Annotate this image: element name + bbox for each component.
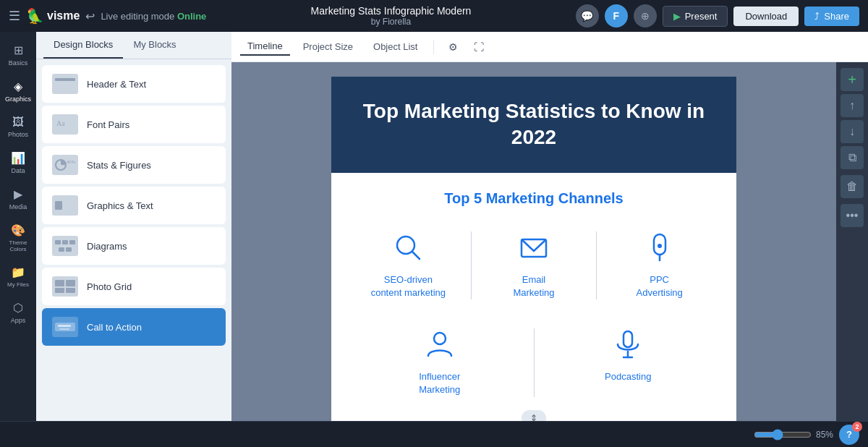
online-badge: Online [177, 11, 206, 22]
topbar: ☰ 🦜 visme ↩ Live editing mode Online Mar… [0, 0, 868, 32]
topbar-right: 💬 F ⊕ ▶ Present Download ⤴ Share [576, 4, 859, 27]
fullscreen-icon-btn[interactable]: ⛶ [469, 37, 489, 57]
influencer-icon [424, 328, 456, 363]
block-thumb-call-to-action [52, 317, 78, 337]
block-item-stats-figures[interactable]: 40% Stats & Figures [42, 146, 226, 184]
svg-rect-30 [624, 331, 632, 347]
toolbar-tab-object-list[interactable]: Object List [366, 38, 425, 55]
block-item-diagrams[interactable]: Diagrams [42, 227, 226, 265]
graphics-icon: ◈ [14, 80, 22, 93]
sidebar-item-media[interactable]: ▶ Media [1, 182, 35, 216]
sidebar-item-basics[interactable]: ⊞ Basics [1, 38, 35, 72]
svg-rect-8 [64, 203, 75, 204]
svg-rect-21 [58, 325, 71, 327]
share-button[interactable]: ⤴ Share [804, 7, 859, 26]
help-icon: ? [846, 429, 852, 440]
svg-text:Aa: Aa [56, 119, 65, 127]
scroll-button[interactable]: ⇕ [522, 410, 546, 421]
help-button[interactable]: ? 2 [839, 425, 859, 445]
block-thumb-stats-figures: 40% [52, 155, 78, 175]
sidebar-item-graphics-label: Graphics [5, 95, 31, 103]
move-down-btn[interactable]: ↓ [841, 120, 864, 143]
settings-icon-btn[interactable]: ⚙ [443, 37, 463, 57]
channels-grid-row2: InfluencerMarketing [346, 321, 722, 404]
channel-label-email: EmailMarketing [513, 273, 554, 299]
seo-icon [392, 231, 424, 266]
block-item-header-text[interactable]: Header & Text [42, 65, 226, 103]
collaborators-icon-btn[interactable]: ⊕ [634, 4, 657, 27]
svg-rect-14 [59, 247, 64, 252]
block-item-graphics-text[interactable]: Graphics & Text [42, 187, 226, 224]
notification-badge: 2 [852, 422, 862, 432]
toolbar-tab-project-size[interactable]: Project Size [296, 38, 360, 55]
delete-btn[interactable]: 🗑 [841, 175, 864, 198]
block-item-call-to-action[interactable]: Call to Action [42, 308, 226, 346]
move-up-btn[interactable]: ↑ [841, 94, 864, 117]
canvas-scroll[interactable]: Top Marketing Statistics to Know in 2022… [231, 62, 836, 421]
svg-rect-11 [55, 240, 61, 244]
duplicate-btn[interactable]: ⧉ [841, 146, 864, 169]
present-button[interactable]: ▶ Present [663, 6, 728, 27]
sidebar-item-data-label: Data [11, 167, 25, 174]
svg-rect-16 [55, 280, 64, 286]
more-options-btn[interactable]: ••• [841, 204, 864, 227]
live-editing-label: Live editing mode Online [101, 11, 206, 22]
canvas-document: Top Marketing Statistics to Know in 2022… [331, 77, 736, 406]
svg-rect-1 [55, 83, 71, 85]
sidebar-item-media-label: Media [9, 203, 27, 210]
zoom-controls: 85% [754, 429, 833, 440]
block-thumb-font-pairs: Aa [52, 114, 78, 135]
block-label-photo-grid: Photo Grid [87, 281, 132, 292]
add-element-btn[interactable]: + [841, 68, 864, 91]
channel-label-seo: SEO-drivencontent marketing [371, 273, 446, 299]
download-button[interactable]: Download [733, 7, 799, 26]
sidebar-item-photos-label: Photos [8, 131, 28, 138]
share-icon: ⤴ [814, 11, 820, 22]
block-label-stats-figures: Stats & Figures [87, 160, 151, 171]
main-area: ⊞ Basics ◈ Graphics 🖼 Photos 📊 Data ▶ Me… [0, 32, 868, 421]
svg-rect-7 [55, 201, 62, 210]
project-subtitle: by Fiorella [213, 17, 568, 27]
zoom-value: 85% [816, 430, 833, 440]
undo-icon[interactable]: ↩ [85, 9, 95, 23]
avatar-btn[interactable]: F [605, 4, 628, 27]
data-icon: 📊 [11, 151, 25, 165]
channel-label-ppc: PPCAdvertising [637, 273, 683, 299]
toolbar-tab-timeline[interactable]: Timeline [240, 38, 290, 56]
sidebar-blocks-list: Header & Text Aa Font Pairs 40% [36, 59, 231, 421]
sidebar-item-apps[interactable]: ⬡ Apps [1, 295, 35, 330]
zoom-slider[interactable] [754, 429, 812, 440]
block-item-font-pairs[interactable]: Aa Font Pairs [42, 106, 226, 143]
channel-label-podcasting: Podcasting [605, 370, 651, 383]
visme-logo: 🦜 visme [26, 7, 80, 25]
sidebar-item-theme-colors[interactable]: 🎨 Theme Colors [1, 218, 35, 258]
svg-rect-0 [55, 78, 75, 81]
topbar-center: Marketing Stats Infographic Modern by Fi… [213, 5, 568, 27]
block-label-font-pairs: Font Pairs [87, 119, 129, 130]
sidebar-item-photos[interactable]: 🖼 Photos [1, 110, 35, 144]
canvas-area: Top Marketing Statistics to Know in 2022… [231, 62, 836, 421]
comment-icon-btn[interactable]: 💬 [576, 4, 599, 27]
canvas-right-wrapper: Top Marketing Statistics to Know in 2022… [231, 62, 868, 421]
sidebar-item-data[interactable]: 📊 Data [1, 145, 35, 180]
theme-colors-icon: 🎨 [11, 224, 25, 237]
channel-item-podcasting: Podcasting [535, 321, 723, 404]
svg-rect-19 [66, 288, 75, 293]
svg-point-29 [434, 333, 446, 344]
tab-my-blocks[interactable]: My Blocks [123, 32, 186, 59]
sidebar-item-my-files-label: My Files [7, 281, 29, 288]
canvas-header-section: Top Marketing Statistics to Know in 2022 [331, 77, 736, 173]
canvas-header-title: Top Marketing Statistics to Know in 2022 [346, 98, 722, 151]
sidebar-item-my-files[interactable]: 📁 My Files [1, 260, 35, 294]
secondary-sidebar: Design Blocks My Blocks Header & Text [36, 32, 231, 421]
block-item-photo-grid[interactable]: Photo Grid [42, 268, 226, 305]
tab-design-blocks[interactable]: Design Blocks [43, 32, 123, 59]
sidebar-tab-bar: Design Blocks My Blocks [36, 32, 231, 59]
menu-icon[interactable]: ☰ [9, 8, 20, 24]
svg-rect-22 [59, 328, 69, 330]
sidebar-item-apps-label: Apps [11, 317, 26, 324]
editor-area: Timeline Project Size Object List ⚙ ⛶ To… [231, 32, 868, 421]
sidebar-item-graphics[interactable]: ◈ Graphics [1, 74, 35, 108]
editor-toolbar: Timeline Project Size Object List ⚙ ⛶ [231, 32, 868, 62]
svg-line-24 [412, 252, 420, 259]
